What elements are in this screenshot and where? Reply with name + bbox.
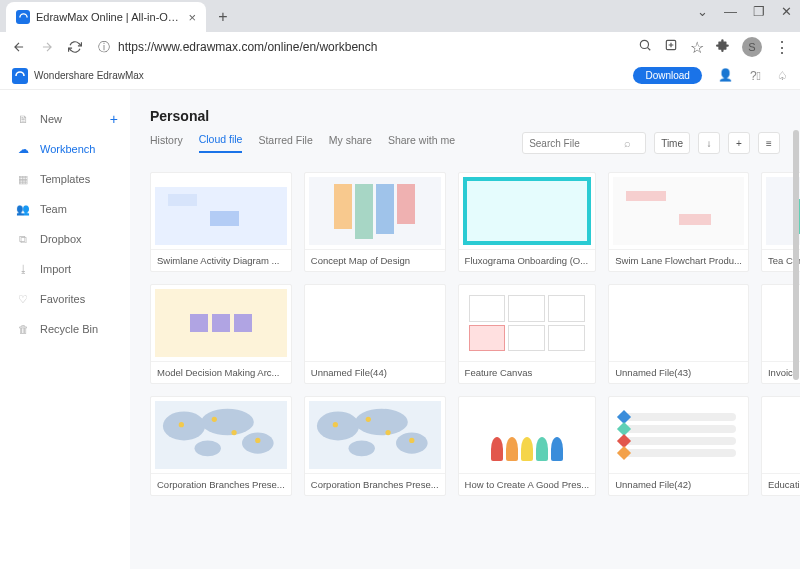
file-card[interactable]: Unnamed File(42) [608,396,749,496]
toolbar-right: ⌕ Time ↓ + ≡ [522,132,780,154]
star-icon[interactable]: ☆ [690,38,704,57]
file-title: Unnamed File(42) [609,473,748,495]
file-card[interactable]: Swimlane Activity Diagram ... [150,172,292,272]
new-tab-button[interactable]: + [210,4,236,30]
tab-history[interactable]: History [150,134,183,152]
tab-share-with-me[interactable]: Share with me [388,134,455,152]
sidebar-item-label: Workbench [40,143,95,155]
minimize-icon[interactable]: — [724,4,737,19]
svg-point-6 [179,422,184,427]
sidebar-item-label: New [40,113,62,125]
sidebar-item-label: Import [40,263,71,275]
users-icon: 👥 [16,202,30,216]
file-grid: Swimlane Activity Diagram ...Concept Map… [150,172,780,496]
app-name: Wondershare EdrawMax [34,70,627,81]
sidebar-item-favorites[interactable]: ♡Favorites [0,284,130,314]
maximize-icon[interactable]: ❐ [753,4,765,19]
close-icon[interactable]: × [188,10,196,25]
tab-my-share[interactable]: My share [329,134,372,152]
svg-point-3 [201,409,254,435]
zoom-icon[interactable] [638,38,652,56]
file-thumbnail [463,401,592,469]
user-avatar-icon[interactable]: 👤 [718,68,734,84]
file-thumbnail [613,177,744,245]
back-button[interactable] [10,38,28,56]
sort-button[interactable]: Time [654,132,690,154]
file-thumbnail [613,401,744,469]
sidebar-item-import[interactable]: ⭳Import [0,254,130,284]
file-title: Unnamed File(43) [609,361,748,383]
cloud-icon: ☁ [16,142,30,156]
file-card[interactable]: Unnamed File(44) [304,284,446,384]
scrollbar[interactable] [792,90,800,569]
file-card[interactable]: Corporation Branches Prese... [150,396,292,496]
file-title: Swimlane Activity Diagram ... [151,249,291,271]
sidebar-item-recycle-bin[interactable]: 🗑Recycle Bin [0,314,130,344]
extensions-icon[interactable] [716,38,730,56]
file-thumbnail [463,177,592,245]
tabs-row: HistoryCloud fileStarred FileMy shareSha… [150,132,780,154]
file-thumbnail [309,289,441,357]
list-view-button[interactable]: ≡ [758,132,780,154]
file-card[interactable]: Unnamed File(43) [608,284,749,384]
profile-avatar[interactable]: S [742,37,762,57]
chevron-down-icon[interactable]: ⌄ [697,4,708,19]
import-icon: ⭳ [16,262,30,276]
address-bar: ⓘ https://www.edrawmax.com/online/en/wor… [0,32,800,62]
tab-starred-file[interactable]: Starred File [258,134,312,152]
sidebar-item-dropbox[interactable]: ⧉Dropbox [0,224,130,254]
sidebar-item-team[interactable]: 👥Team [0,194,130,224]
dropbox-icon: ⧉ [16,232,30,246]
app-logo [12,68,28,84]
reload-button[interactable] [66,38,84,56]
file-card[interactable]: Corporation Branches Prese... [304,396,446,496]
sidebar-item-label: Team [40,203,67,215]
file-card[interactable]: Fluxograma Onboarding (O... [458,172,597,272]
svg-point-17 [409,438,414,443]
browser-tab[interactable]: EdrawMax Online | All-in-One Diag × [6,2,206,32]
file-thumbnail [155,177,287,245]
heart-icon: ♡ [16,292,30,306]
main-area: Personal HistoryCloud fileStarred FileMy… [130,90,800,569]
site-info-icon[interactable]: ⓘ [98,39,110,56]
sidebar-item-workbench[interactable]: ☁Workbench [0,134,130,164]
help-icon[interactable]: ?⃝ [750,69,761,83]
kebab-menu-icon[interactable]: ⋮ [774,38,790,57]
file-title: How to Create A Good Pres... [459,473,596,495]
app-body: 🗎New+☁Workbench▦Templates👥Team⧉Dropbox⭳I… [0,90,800,569]
search-input[interactable] [529,138,624,149]
file-thumbnail [309,401,441,469]
file-card[interactable]: How to Create A Good Pres... [458,396,597,496]
svg-point-12 [396,433,428,454]
close-window-icon[interactable]: ✕ [781,4,792,19]
file-card[interactable]: Concept Map of Design [304,172,446,272]
svg-point-15 [365,417,370,422]
file-card[interactable]: Feature Canvas [458,284,597,384]
svg-point-16 [385,430,390,435]
tab-cloud-file[interactable]: Cloud file [199,133,243,153]
file-card[interactable]: Swim Lane Flowchart Produ... [608,172,749,272]
sidebar-item-label: Recycle Bin [40,323,98,335]
bell-icon[interactable]: ♤ [777,69,788,83]
grid-icon: ▦ [16,172,30,186]
url-field[interactable]: ⓘ https://www.edrawmax.com/online/en/wor… [94,37,628,58]
search-box[interactable]: ⌕ [522,132,646,154]
file-thumbnail [613,289,744,357]
sidebar-item-new[interactable]: 🗎New+ [0,104,130,134]
search-icon[interactable]: ⌕ [624,137,631,149]
svg-point-14 [333,422,338,427]
file-title: Corporation Branches Prese... [305,473,445,495]
share-icon[interactable] [664,38,678,56]
sort-direction-button[interactable]: ↓ [698,132,720,154]
download-button[interactable]: Download [633,67,701,84]
file-card[interactable]: Model Decision Making Arc... [150,284,292,384]
svg-point-11 [355,409,408,435]
file-title: Model Decision Making Arc... [151,361,291,383]
scrollbar-thumb[interactable] [793,130,799,380]
plus-icon[interactable]: + [110,111,118,127]
sidebar-item-label: Favorites [40,293,85,305]
tab-bar: EdrawMax Online | All-in-One Diag × + ⌄ … [0,0,800,32]
file-title: Feature Canvas [459,361,596,383]
sidebar-item-templates[interactable]: ▦Templates [0,164,130,194]
add-button[interactable]: + [728,132,750,154]
